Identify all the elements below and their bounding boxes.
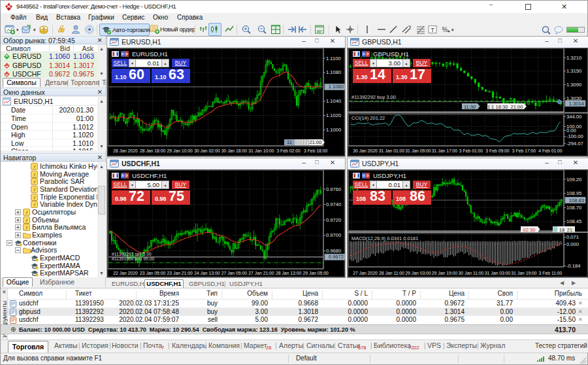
svg-text:28 Jan 13:00: 28 Jan 13:00 bbox=[276, 271, 302, 275]
svg-text:0.071: 0.071 bbox=[566, 234, 579, 240]
svg-text:109.20: 109.20 bbox=[566, 177, 581, 182]
svg-text:29 Jan 03:00: 29 Jan 03:00 bbox=[405, 271, 431, 275]
svg-text:3 Feb 02:00: 3 Feb 02:00 bbox=[276, 148, 300, 153]
svg-text:3 Feb 11:00: 3 Feb 11:00 bbox=[539, 271, 563, 275]
svg-text:3 Feb 17:00: 3 Feb 17:00 bbox=[512, 148, 536, 153]
svg-text:-0.184: -0.184 bbox=[566, 263, 581, 269]
svg-text:23 Jan 21:00: 23 Jan 21:00 bbox=[167, 271, 193, 275]
svg-text:3 Feb 01:00: 3 Feb 01:00 bbox=[459, 148, 483, 153]
svg-text:30 Jan 18:00: 30 Jan 18:00 bbox=[221, 148, 248, 153]
svg-text:T: T bbox=[431, 27, 434, 33]
svg-text:21:00: 21:00 bbox=[310, 139, 322, 145]
svg-text:1.3150: 1.3150 bbox=[566, 68, 581, 74]
svg-text:0.9760: 0.9760 bbox=[326, 186, 341, 192]
svg-text:18: 18 bbox=[559, 227, 564, 233]
svg-text:28 Jan 18:00: 28 Jan 18:00 bbox=[140, 148, 166, 153]
svg-text:1.1040: 1.1040 bbox=[326, 98, 341, 104]
svg-text:1.3014: 1.3014 bbox=[569, 101, 584, 107]
svg-text:1.1060: 1.1060 bbox=[329, 84, 344, 90]
svg-text:3 Feb 18:00: 3 Feb 18:00 bbox=[304, 148, 327, 153]
svg-text:1.1020: 1.1020 bbox=[326, 113, 341, 118]
svg-text:108.70: 108.70 bbox=[566, 205, 581, 211]
svg-text:18:30: 18:30 bbox=[496, 104, 508, 110]
svg-text:31 Jan 09:00: 31 Jan 09:00 bbox=[405, 148, 431, 153]
svg-text:4 Feb 01:00: 4 Feb 01:00 bbox=[538, 148, 562, 153]
svg-text:27 Jan 2020: 27 Jan 2020 bbox=[353, 271, 378, 275]
svg-text:MACD(12,26,9) 0.0341 0.0181: MACD(12,26,9) 0.0341 0.0181 bbox=[351, 235, 418, 241]
svg-text:0.00: 0.00 bbox=[566, 128, 576, 133]
svg-text:31 Jan 19:00: 31 Jan 19:00 bbox=[511, 271, 537, 275]
svg-text:344.00: 344.00 bbox=[566, 114, 581, 120]
svg-text:1 1: 1 1 bbox=[487, 105, 494, 109]
svg-text:#11391950 buy 99.00: #11391950 buy 99.00 bbox=[112, 256, 154, 262]
svg-text:29 Jan 05:00: 29 Jan 05:00 bbox=[303, 271, 329, 275]
svg-text:21:: 21: bbox=[567, 227, 574, 233]
svg-text:21:00: 21:00 bbox=[511, 104, 523, 110]
svg-text:30 Jan 02:00: 30 Jan 02:00 bbox=[194, 148, 220, 153]
svg-text:29 Jan 10:00: 29 Jan 10:00 bbox=[167, 148, 193, 153]
svg-text:-294.07: -294.07 bbox=[566, 141, 583, 147]
svg-text:30 Jan 2020: 30 Jan 2020 bbox=[353, 148, 378, 153]
svg-text:22 Jan 2020: 22 Jan 2020 bbox=[113, 271, 138, 275]
svg-text:1.1000: 1.1000 bbox=[326, 127, 341, 133]
svg-text:0.9740: 0.9740 bbox=[326, 201, 341, 207]
svg-text:31 Jan 10:00: 31 Jan 10:00 bbox=[248, 148, 274, 153]
svg-text:31 Jan 17:00: 31 Jan 17:00 bbox=[432, 148, 458, 153]
svg-text:02:30: 02:30 bbox=[523, 227, 536, 233]
svg-text:0.9672: 0.9672 bbox=[329, 254, 344, 260]
svg-text:1.1100: 1.1100 bbox=[326, 56, 341, 61]
svg-text:-100.00: -100.00 bbox=[566, 133, 583, 139]
svg-text:11:30: 11:30 bbox=[464, 104, 476, 110]
svg-text:1.3210: 1.3210 bbox=[566, 55, 581, 61]
svg-text:0.9700: 0.9700 bbox=[326, 232, 341, 238]
svg-text:1.3090: 1.3090 bbox=[566, 82, 581, 88]
svg-text:108.45: 108.45 bbox=[566, 218, 581, 224]
svg-text:28 Jan 11:00: 28 Jan 11:00 bbox=[379, 271, 404, 275]
svg-text:CCI(14) 201.22: CCI(14) 201.22 bbox=[351, 115, 385, 121]
svg-text:%: % bbox=[442, 26, 448, 33]
svg-text:27 Jan 21:00: 27 Jan 21:00 bbox=[248, 271, 274, 275]
svg-text:0.9680: 0.9680 bbox=[326, 248, 341, 254]
svg-text:0.9720: 0.9720 bbox=[326, 217, 341, 223]
svg-text:108.83: 108.83 bbox=[569, 198, 584, 203]
svg-text:30 Jan 11:00: 30 Jan 11:00 bbox=[459, 271, 484, 275]
svg-text:3 Feb 09:00: 3 Feb 09:00 bbox=[485, 148, 509, 153]
svg-text:28 Jan 2020: 28 Jan 2020 bbox=[113, 148, 138, 153]
svg-text:#11392293 sell 5.00: #11392293 sell 5.00 bbox=[112, 252, 152, 256]
svg-text:#11392292 buy 3.00: #11392292 buy 3.00 bbox=[351, 94, 396, 100]
svg-text:31 Jan 03:00: 31 Jan 03:00 bbox=[485, 271, 511, 275]
svg-text:1.1080: 1.1080 bbox=[326, 69, 341, 75]
svg-text:29 Jan 19:00: 29 Jan 19:00 bbox=[432, 271, 458, 275]
svg-text:0.000: 0.000 bbox=[566, 241, 579, 247]
svg-text:31 Jan 01:00: 31 Jan 01:00 bbox=[379, 148, 405, 153]
svg-text:11: 11 bbox=[287, 139, 292, 145]
svg-text:27 Jan 05:00: 27 Jan 05:00 bbox=[221, 271, 248, 275]
svg-text:108.95: 108.95 bbox=[566, 190, 581, 196]
svg-text:23 Jan 05:00: 23 Jan 05:00 bbox=[140, 271, 166, 275]
svg-text:24 Jan 13:00: 24 Jan 13:00 bbox=[194, 271, 220, 275]
